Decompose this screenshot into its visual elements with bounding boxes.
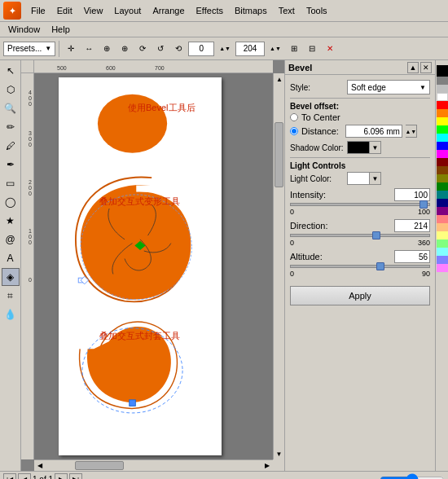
distance-radio[interactable] — [290, 127, 298, 135]
tool-gradient[interactable]: ◈ — [2, 268, 20, 286]
presets-combo[interactable]: Presets... ▼ — [3, 42, 55, 56]
menu-help[interactable]: Help — [46, 24, 75, 35]
color-lightcyan[interactable] — [437, 248, 448, 256]
color-navy[interactable] — [437, 199, 448, 207]
scroll-right-btn[interactable]: ▶ — [261, 460, 273, 471]
color-pink[interactable] — [437, 215, 448, 223]
tool-connector[interactable]: ⌗ — [2, 287, 20, 305]
tb-grid[interactable]: ⊞ — [286, 41, 302, 57]
color-black[interactable] — [437, 65, 448, 77]
color-brown[interactable] — [437, 166, 448, 174]
distance-spin[interactable]: ▲▼ — [406, 125, 417, 138]
tb-zoom1[interactable]: ⊕ — [99, 41, 115, 57]
canvas-content[interactable]: 使用Bevel工具后 叠加交互式变形工具 叠加交互式封套工具 — [34, 73, 273, 459]
intensity-input[interactable] — [394, 188, 430, 201]
zoom-input[interactable] — [235, 42, 265, 56]
color-cyan[interactable] — [437, 134, 448, 142]
tb-snap[interactable]: ⊟ — [304, 41, 320, 57]
scroll-thumb-h[interactable] — [75, 461, 124, 470]
tb-rotate[interactable]: ↺ — [152, 41, 169, 57]
menu-arrange[interactable]: Arrange — [147, 5, 189, 16]
altitude-track[interactable] — [290, 265, 430, 268]
direction-track[interactable] — [290, 234, 430, 237]
panel-collapse-btn[interactable]: ▲ — [407, 62, 419, 73]
page-next-btn[interactable]: ▶ — [55, 473, 68, 480]
panel-close-btn[interactable]: ✕ — [420, 62, 432, 73]
menu-layout[interactable]: Layout — [109, 5, 146, 16]
color-blue[interactable] — [437, 142, 448, 150]
tb-node[interactable]: ↔ — [81, 41, 97, 57]
direction-thumb[interactable] — [372, 231, 380, 240]
altitude-input[interactable] — [394, 250, 430, 263]
scrollbar-vertical[interactable]: ▲ ▼ — [273, 73, 284, 459]
direction-input[interactable] — [394, 219, 430, 232]
menu-view[interactable]: View — [79, 5, 108, 16]
intensity-track[interactable] — [290, 203, 430, 206]
tb-up[interactable]: ▲▼ — [216, 41, 234, 57]
color-lime[interactable] — [437, 125, 448, 134]
scroll-up-btn[interactable]: ▲ — [274, 73, 284, 85]
altitude-thumb[interactable] — [376, 262, 384, 270]
distance-input[interactable] — [345, 125, 402, 138]
color-white[interactable] — [437, 93, 448, 101]
tool-dropper[interactable]: 💧 — [2, 305, 20, 323]
color-magenta[interactable] — [437, 150, 448, 158]
menu-edit[interactable]: Edit — [52, 5, 77, 16]
color-silver[interactable] — [437, 85, 448, 93]
color-olive[interactable] — [437, 174, 448, 182]
tool-pencil[interactable]: ✏ — [2, 118, 20, 136]
tb-close[interactable]: ✕ — [322, 41, 338, 57]
tool-node[interactable]: ⬡ — [2, 81, 20, 99]
color-red[interactable] — [437, 101, 448, 109]
tb-transform[interactable]: ⟲ — [170, 41, 187, 57]
color-orange[interactable] — [437, 109, 448, 117]
tool-spiral[interactable]: @ — [2, 231, 20, 248]
shadow-color-swatch[interactable] — [347, 141, 370, 154]
tool-pen[interactable]: 🖊 — [2, 137, 20, 155]
tool-rect[interactable]: ▭ — [2, 174, 20, 192]
color-peach[interactable] — [437, 223, 448, 231]
menu-window[interactable]: Window — [3, 24, 45, 35]
zoom-slider[interactable] — [380, 477, 445, 480]
menu-file[interactable]: File — [26, 5, 51, 16]
angle-input[interactable] — [188, 42, 214, 56]
light-color-swatch[interactable] — [347, 172, 370, 185]
color-teal[interactable] — [437, 191, 448, 199]
page-first-btn[interactable]: |◀ — [3, 473, 16, 480]
color-purple[interactable] — [437, 207, 448, 215]
tool-text[interactable]: A — [2, 249, 20, 267]
color-darkred[interactable] — [437, 158, 448, 166]
color-lightblue[interactable] — [437, 256, 448, 264]
to-center-radio[interactable] — [290, 113, 298, 121]
menu-effects[interactable]: Effects — [191, 5, 228, 16]
color-yellow[interactable] — [437, 117, 448, 125]
color-lightyellow[interactable] — [437, 231, 448, 240]
tool-calligraphy[interactable]: ✒ — [2, 156, 20, 174]
tool-zoom[interactable]: 🔍 — [2, 99, 20, 117]
color-gray[interactable] — [437, 77, 448, 85]
tool-selector[interactable]: ↖ — [2, 62, 20, 80]
color-lightgreen[interactable] — [437, 240, 448, 248]
menu-bitmaps[interactable]: Bitmaps — [230, 5, 272, 16]
scrollbar-horizontal[interactable]: ◀ ▶ — [34, 459, 273, 471]
tb-zoom3[interactable]: ⟳ — [134, 41, 151, 57]
tb-up2[interactable]: ▲▼ — [266, 41, 284, 57]
menu-text[interactable]: Text — [274, 5, 300, 16]
tb-select[interactable]: ✛ — [63, 41, 79, 57]
tool-star[interactable]: ★ — [2, 212, 20, 230]
tb-zoom2[interactable]: ⊕ — [116, 41, 133, 57]
scroll-down-btn[interactable]: ▼ — [274, 448, 284, 459]
page-last-btn[interactable]: ▶| — [69, 473, 82, 480]
menu-tools[interactable]: Tools — [301, 5, 332, 16]
scroll-left-btn[interactable]: ◀ — [34, 460, 46, 471]
page-prev-btn[interactable]: ◀ — [18, 473, 31, 480]
apply-button[interactable]: Apply — [290, 286, 430, 305]
intensity-thumb[interactable] — [419, 200, 428, 209]
light-color-arrow[interactable]: ▼ — [370, 172, 381, 185]
scroll-thumb-v[interactable] — [275, 122, 283, 187]
color-lightmagenta[interactable] — [437, 264, 448, 272]
style-combo[interactable]: Soft edge ▼ — [347, 80, 430, 94]
shadow-color-arrow[interactable]: ▼ — [370, 141, 381, 154]
color-green[interactable] — [437, 182, 448, 191]
tool-ellipse[interactable]: ◯ — [2, 193, 20, 211]
